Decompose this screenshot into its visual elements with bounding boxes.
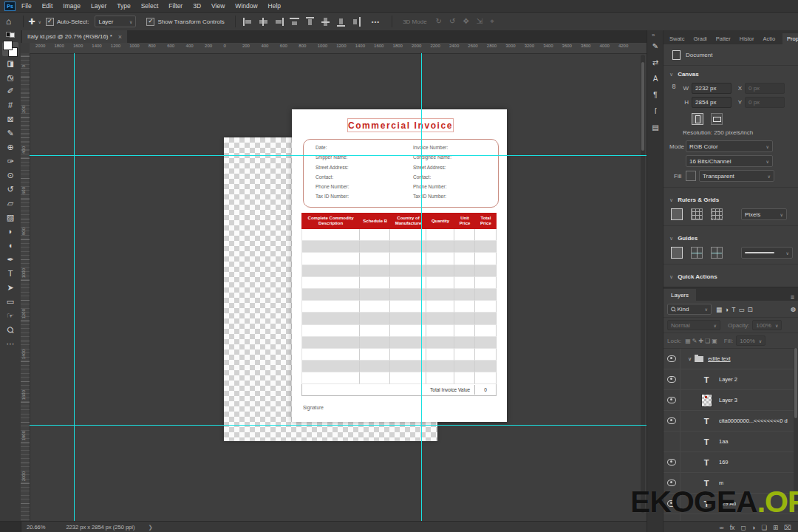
menu-filter[interactable]: Filter	[168, 2, 183, 10]
filter-adjustment-layers-icon[interactable]: ◑	[723, 306, 730, 313]
more-options-button[interactable]: •••	[372, 18, 380, 25]
new-group-icon[interactable]: ❏	[761, 524, 767, 531]
eraser-tool-icon[interactable]: ▱	[2, 197, 18, 211]
brush-tool-icon[interactable]: ✑	[2, 154, 18, 168]
chevron-down-icon[interactable]: ∨	[38, 19, 41, 24]
menu-image[interactable]: Image	[63, 2, 81, 10]
quick-selection-tool-icon[interactable]: ✐	[2, 84, 18, 98]
document-tab[interactable]: Italy id.psd @ 20.7% (RGB/16) * ×	[22, 30, 127, 43]
guide-vertical-2[interactable]	[421, 53, 422, 521]
toggle-pixel-grid-icon[interactable]	[711, 208, 723, 220]
panel-menu-icon[interactable]: ≡	[791, 293, 794, 301]
blur-tool-icon[interactable]: ◗	[2, 225, 18, 239]
distribute-top-edges-icon[interactable]	[306, 17, 314, 27]
home-icon[interactable]: ⌂	[6, 16, 11, 27]
clear-guides-icon[interactable]	[711, 247, 723, 259]
brushes-panel-icon[interactable]: ✎	[652, 42, 658, 50]
expand-chevron-icon[interactable]: »	[652, 32, 655, 38]
visibility-toggle[interactable]	[664, 349, 681, 369]
rulers-grids-section-header[interactable]: ∨ Rulers & Grids	[664, 191, 798, 207]
marquee-tool-icon[interactable]: ◻	[2, 56, 18, 70]
close-icon[interactable]: ×	[118, 33, 122, 41]
menu-file[interactable]: File	[21, 2, 32, 10]
layer-name[interactable]: edite text	[708, 355, 730, 362]
quick-actions-section-header[interactable]: ∨ Quick Actions	[664, 268, 798, 284]
color-swatches[interactable]	[3, 41, 18, 57]
character-panel-icon[interactable]: A	[653, 75, 658, 83]
layer-name[interactable]: 1aa	[719, 438, 729, 445]
distribute-bottom-edges-icon[interactable]	[337, 17, 345, 27]
menu-select[interactable]: Select	[141, 2, 159, 10]
layer-row[interactable]: T169	[664, 452, 798, 473]
shape-tool-icon[interactable]: ▭	[2, 295, 18, 309]
lock-guides-icon[interactable]	[691, 247, 703, 259]
layer-name[interactable]: Layer 2	[719, 376, 737, 383]
text-layer-icon[interactable]: T	[700, 417, 713, 426]
menu-view[interactable]: View	[211, 2, 225, 10]
auto-select-dropdown[interactable]: Layer ∨	[95, 16, 136, 27]
guide-horizontal-1[interactable]	[30, 155, 647, 156]
visibility-toggle[interactable]	[664, 369, 681, 389]
menu-window[interactable]: Window	[235, 2, 257, 10]
history-brush-tool-icon[interactable]: ↺	[2, 183, 18, 197]
guides-section-header[interactable]: ∨ Guides	[664, 230, 798, 245]
horizontal-ruler[interactable]: 2000180016001400120010008006004002000200…	[30, 43, 647, 54]
layer-row[interactable]: Tcita0000000...<<<<<<<<0 d	[664, 411, 798, 432]
lock-artboard-icon[interactable]: ❏	[704, 338, 711, 344]
canvas-section-header[interactable]: ∨ Canvas	[664, 66, 798, 81]
distribute-horizontal-icon[interactable]	[352, 17, 361, 27]
text-layer-icon[interactable]: T	[700, 375, 713, 384]
brush-settings-panel-icon[interactable]: ⇄	[652, 58, 658, 66]
tab-actio[interactable]: Actio	[761, 33, 777, 44]
visibility-toggle[interactable]	[664, 452, 681, 472]
lasso-tool-icon[interactable]: ∿	[2, 70, 18, 84]
show-transform-checkbox[interactable]: ✓	[146, 18, 154, 26]
guide-vertical-1[interactable]	[74, 53, 75, 521]
align-left-edges-icon[interactable]	[243, 18, 253, 26]
toggle-grid-icon[interactable]	[691, 208, 703, 220]
align-right-edges-icon[interactable]	[274, 18, 284, 26]
tab-swatc[interactable]: Swatc	[668, 33, 686, 44]
glyphs-panel-icon[interactable]: ſ	[655, 107, 656, 115]
lock-position-icon[interactable]: ✚	[698, 338, 704, 344]
layer-row[interactable]: ∨edite text	[664, 349, 798, 369]
link-layers-icon[interactable]: ∞	[720, 524, 724, 531]
fill-swatch[interactable]	[686, 171, 696, 181]
visibility-toggle[interactable]	[664, 390, 681, 410]
menu-3d[interactable]: 3D	[193, 2, 201, 10]
text-layer-icon[interactable]: T	[700, 437, 713, 446]
group-expand-chevron-icon[interactable]: ∨	[688, 356, 692, 362]
layer-thumbnail[interactable]	[701, 394, 712, 407]
auto-select-checkbox[interactable]: ✓	[46, 18, 54, 26]
visibility-toggle[interactable]	[664, 411, 681, 431]
tab-properties[interactable]: Properties	[782, 33, 798, 44]
healing-brush-tool-icon[interactable]: ⊕	[2, 140, 18, 154]
invoice-document[interactable]: Commercial Invoice Date:Shipper Name:Str…	[292, 109, 507, 422]
delete-layer-icon[interactable]: ⌧	[784, 524, 791, 531]
align-horizontal-centers-icon[interactable]	[259, 18, 268, 26]
filter-toggle-icon[interactable]: ◍	[791, 306, 796, 313]
filter-shape-layers-icon[interactable]: ▭	[737, 306, 746, 313]
text-layer-icon[interactable]: T	[700, 458, 713, 467]
adjustment-layer-icon[interactable]: ◑	[751, 524, 755, 531]
status-options-arrow[interactable]: ❯	[148, 524, 152, 531]
width-field[interactable]: 2232 px	[692, 83, 732, 94]
clone-stamp-tool-icon[interactable]: ⊙	[2, 168, 18, 183]
toggle-guides-icon[interactable]	[671, 247, 683, 259]
layer-row[interactable]: Layer 3	[664, 390, 798, 411]
distribute-vertical-centers-icon[interactable]	[321, 17, 330, 27]
gradient-tool-icon[interactable]: ▨	[2, 211, 18, 225]
type-tool-icon[interactable]: T	[2, 267, 18, 281]
lock-all-icon[interactable]: ▣	[711, 338, 718, 344]
tab-patter[interactable]: Patter	[715, 33, 732, 44]
dodge-tool-icon[interactable]: ◖	[2, 239, 18, 253]
filter-type-layers-icon[interactable]: T	[730, 306, 737, 313]
eyedropper-tool-icon[interactable]: ✎	[2, 126, 18, 140]
scrollbar-thumb[interactable]	[794, 348, 797, 418]
portrait-orientation-icon[interactable]	[692, 113, 703, 125]
foreground-color-swatch[interactable]	[3, 41, 13, 50]
default-colors-icon[interactable]	[6, 32, 15, 38]
menu-layer[interactable]: Layer	[91, 2, 106, 10]
layer-row[interactable]: TLayer 2	[664, 369, 798, 390]
color-mode-dropdown[interactable]: RGB Color ∨	[686, 140, 773, 152]
